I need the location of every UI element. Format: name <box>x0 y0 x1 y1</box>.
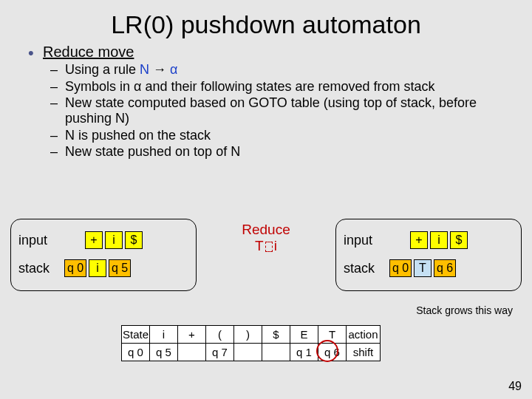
td-rparen <box>234 344 262 361</box>
bullet-reduce-move: Reduce move Using a rule N → α Symbols i… <box>43 44 514 160</box>
rule-lhs: N <box>140 62 149 77</box>
cell: i <box>89 259 106 277</box>
cell: i <box>430 231 448 249</box>
page-number: 49 <box>508 380 522 393</box>
table-row: q 0 q 5 q 7 q 1 q 6 shift <box>122 344 381 361</box>
page-title: LR(0) pushdown automaton <box>18 10 514 39</box>
td-dollar <box>262 344 290 361</box>
cell: q 6 <box>434 259 456 277</box>
bullet-list: Reduce move Using a rule N → α Symbols i… <box>18 44 514 160</box>
td-E: q 1 <box>290 344 318 361</box>
td-action: shift <box>347 344 381 361</box>
sub-bullet-4: N is pushed on the stack <box>65 128 514 143</box>
td-lparen: q 7 <box>206 344 234 361</box>
cell: $ <box>125 231 143 249</box>
right-input-cells: + i $ <box>410 231 468 249</box>
cell: q 0 <box>64 259 86 277</box>
left-input-row: input + i $ <box>18 231 188 249</box>
cell: q 0 <box>389 259 412 277</box>
left-stack-label: stack <box>18 261 58 276</box>
left-panel: input + i $ stack q 0 i q 5 <box>10 219 197 291</box>
parse-table: State i + ( ) $ E T action q 0 q 5 q 7 q… <box>121 325 381 361</box>
cell: + <box>410 231 428 249</box>
dashed-box-icon <box>265 242 273 252</box>
sub-bullet-2: Symbols in α and their following states … <box>65 79 514 95</box>
th-E: E <box>290 326 318 344</box>
panels-row: input + i $ stack q 0 i q 5 Reduce Ti <box>10 219 522 291</box>
th-rparen: ) <box>234 326 262 344</box>
bullet-reduce-move-text: Reduce move <box>43 44 134 60</box>
th-dollar: $ <box>262 326 290 344</box>
th-state: State <box>122 326 150 344</box>
cell: q 5 <box>109 259 131 277</box>
right-input-row: input + i $ <box>344 231 514 249</box>
stack-grows-note: Stack grows this way <box>416 304 513 316</box>
center-reduce: Reduce Ti <box>211 219 321 254</box>
td-i: q 5 <box>150 344 178 361</box>
reduce-label: Reduce <box>211 222 321 238</box>
reduce-rhs: i <box>274 238 277 253</box>
right-input-label: input <box>344 233 383 248</box>
left-stack-cells: q 0 i q 5 <box>64 259 131 277</box>
sub-bullet-list: Using a rule N → α Symbols in α and thei… <box>43 62 514 160</box>
table-header-row: State i + ( ) $ E T action <box>122 326 381 344</box>
th-T: T <box>318 326 347 344</box>
reduce-lhs: T <box>255 238 264 253</box>
td-plus <box>178 344 206 361</box>
sub-bullet-rule-prefix: Using a rule <box>65 62 140 77</box>
sub-bullet-5: New state pushed on top of N <box>65 144 514 160</box>
left-input-label: input <box>18 233 58 248</box>
cell: $ <box>450 231 468 249</box>
right-panel: input + i $ stack q 0 T q 6 <box>335 219 522 291</box>
right-stack-row: stack q 0 T q 6 <box>344 259 514 277</box>
cell: i <box>105 231 123 249</box>
th-lparen: ( <box>206 326 234 344</box>
cell: + <box>85 231 103 249</box>
th-plus: + <box>178 326 206 344</box>
reduce-rule: Ti <box>211 238 321 254</box>
sub-bullet-3: New state computed based on GOTO table (… <box>65 95 514 126</box>
td-T: q 6 <box>318 344 347 361</box>
slide: LR(0) pushdown automaton Reduce move Usi… <box>0 0 532 399</box>
left-input-cells: + i $ <box>85 231 143 249</box>
rule-rhs: α <box>170 62 177 77</box>
rule-arrow: → <box>149 62 170 77</box>
parse-table-grid: State i + ( ) $ E T action q 0 q 5 q 7 q… <box>121 325 381 361</box>
right-stack-cells: q 0 T q 6 <box>389 259 456 277</box>
right-stack-label: stack <box>344 261 383 276</box>
th-action: action <box>347 326 381 344</box>
th-i: i <box>150 326 178 344</box>
cell: T <box>414 259 432 277</box>
left-stack-row: stack q 0 i q 5 <box>18 259 188 277</box>
td-state: q 0 <box>122 344 150 361</box>
sub-bullet-rule: Using a rule N → α <box>65 62 514 78</box>
